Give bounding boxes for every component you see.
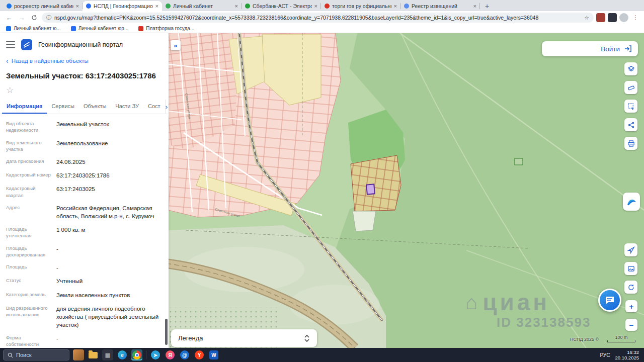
bookmarks-bar: Личный кабинет ю... Личный кабинет юр...… xyxy=(0,24,644,33)
basemap-button[interactable] xyxy=(624,262,637,275)
search-icon xyxy=(8,352,13,358)
new-tab-button[interactable]: + xyxy=(482,1,492,11)
field-label: Форма собственности xyxy=(6,334,56,348)
field-value: - xyxy=(56,245,164,253)
field-label: Вид объекта недвижимости xyxy=(6,120,56,134)
clock-time: 16:32 xyxy=(627,349,639,355)
chrome-icon[interactable] xyxy=(131,349,142,360)
tab-label: Сбербанк-АСТ - Электронная xyxy=(253,3,312,9)
browser-tab-nspd[interactable]: НСПД | Геоинформационный × xyxy=(83,1,162,11)
bookmark-star-icon[interactable]: ☆ xyxy=(584,15,589,21)
tab-parts[interactable]: Части ЗУ xyxy=(111,100,143,114)
browser-tab-torgi[interactable]: торги гов ру официальный сай × xyxy=(321,1,400,11)
zoom-out-button[interactable]: − xyxy=(625,319,637,331)
locate-button[interactable] xyxy=(624,243,637,256)
extension-icon[interactable] xyxy=(596,13,605,22)
bookmark-item[interactable]: Личный кабинет юр... xyxy=(71,26,128,31)
back-icon[interactable]: ← xyxy=(4,13,14,23)
tabs-scroll-right-icon[interactable]: › xyxy=(165,100,168,114)
tab-close-icon[interactable]: × xyxy=(235,4,238,9)
photo-thumbnail[interactable] xyxy=(73,349,84,360)
profile-avatar[interactable] xyxy=(619,13,628,22)
tab-objects[interactable]: Объекты xyxy=(79,100,111,114)
layers-button[interactable] xyxy=(624,62,637,75)
browser-tab-lk[interactable]: Личный кабинет × xyxy=(162,1,242,11)
selected-parcel[interactable] xyxy=(366,184,375,194)
browser-tab-sberbank-ast[interactable]: Сбербанк-АСТ - Электронная × xyxy=(242,1,321,11)
reset-view-button[interactable] xyxy=(624,281,637,294)
login-button[interactable]: Войти xyxy=(542,41,638,56)
field-label: Кадастровый квартал xyxy=(6,185,56,199)
print-button[interactable] xyxy=(624,137,637,150)
language-indicator[interactable]: РУС xyxy=(600,352,610,358)
share-button[interactable] xyxy=(624,118,637,131)
tab-label: торги гов ру официальный сай xyxy=(332,3,391,9)
field-label: Кадастровый номер xyxy=(6,171,56,178)
select-area-button[interactable] xyxy=(624,100,637,113)
yandex-icon[interactable]: Y xyxy=(194,349,205,360)
browser-tab-rosreestr[interactable]: росреестр личный кабинет — × xyxy=(3,1,83,11)
object-info-panel: Геоинформационный портал ‹ Назад в найде… xyxy=(0,33,169,348)
telegram-icon[interactable]: ➤ xyxy=(150,349,161,360)
collapse-panel-button[interactable]: « xyxy=(171,40,181,50)
taskbar-clock[interactable]: 16:32 20.10.2025 xyxy=(615,349,639,361)
bookmark-item[interactable]: Личный кабинет ю... xyxy=(6,26,61,31)
panel-scrollbar[interactable] xyxy=(165,319,168,345)
tab-favicon xyxy=(86,4,91,9)
tab-close-icon[interactable]: × xyxy=(394,4,397,9)
tab-close-icon[interactable]: × xyxy=(76,4,79,9)
field-value: - xyxy=(56,263,164,272)
tab-information[interactable]: Информация xyxy=(2,100,47,114)
tab-label: росреестр личный кабинет — xyxy=(14,3,73,9)
mail-icon[interactable]: @ xyxy=(179,349,190,360)
tab-close-icon[interactable]: × xyxy=(314,4,317,9)
menu-icon[interactable] xyxy=(6,41,15,48)
browser-tab-reestr[interactable]: Реестр извещений × xyxy=(400,1,480,11)
bookmark-item[interactable]: Платформа госуда... xyxy=(138,26,194,31)
site-info-icon[interactable]: ⓘ xyxy=(46,14,51,21)
bookmark-favicon xyxy=(138,26,143,31)
tab-favicon xyxy=(325,4,330,9)
ruler-button[interactable] xyxy=(624,81,637,94)
unfold-icon xyxy=(304,334,310,342)
field-value: для ведения личного подсобного хозяйства… xyxy=(56,305,164,329)
legend-toggle[interactable]: Легенда xyxy=(171,329,317,347)
taskbar-search[interactable]: Поиск xyxy=(3,349,69,360)
edge-icon[interactable]: e xyxy=(117,349,128,360)
clock-date: 20.10.2025 xyxy=(615,355,639,360)
chat-button[interactable] xyxy=(598,289,621,312)
field-label: Площадь уточненная xyxy=(6,226,56,239)
field-row: Кадастровый номер 63:17:2403025:1786 xyxy=(6,171,164,179)
sidebar-icon[interactable] xyxy=(608,13,617,22)
reload-icon[interactable] xyxy=(29,13,39,23)
chevron-left-icon: ‹ xyxy=(6,57,9,64)
zoom-in-button[interactable]: + xyxy=(625,300,637,312)
field-row: Статус Учтенный xyxy=(6,277,164,285)
tab-services[interactable]: Сервисы xyxy=(47,100,79,114)
favorite-star-icon[interactable]: ☆ xyxy=(6,85,14,95)
tab-composition[interactable]: Сост xyxy=(143,100,165,114)
word-icon[interactable]: W xyxy=(208,349,219,360)
portal-title: Геоинформационный портал xyxy=(38,41,123,48)
tab-label: Реестр извещений xyxy=(412,3,471,9)
address-bar[interactable]: ⓘ nspd.gov.ru/map?thematic=PKK&zoom=15.5… xyxy=(42,13,594,23)
back-to-results-link[interactable]: ‹ Назад в найденные объекты xyxy=(0,54,169,67)
app-icon-dark[interactable]: ▦ xyxy=(102,349,113,360)
map-canvas[interactable]: Советская улица Советская улица xyxy=(169,33,644,348)
field-label: Вид разрешенного использования xyxy=(6,305,56,318)
browser-menu-icon[interactable]: ⋮ xyxy=(631,14,640,21)
field-label: Категория земель xyxy=(6,291,56,298)
field-value: Российская Федерация, Самарская область,… xyxy=(56,204,164,220)
tab-close-icon[interactable]: × xyxy=(473,4,476,9)
draw-tool-button[interactable] xyxy=(623,193,640,211)
forward-icon[interactable]: → xyxy=(17,13,27,23)
tab-close-icon[interactable]: × xyxy=(155,4,158,9)
scale-bar: 100 m xyxy=(607,335,635,342)
legend-label: Легенда xyxy=(178,334,304,342)
back-link-label: Назад в найденные объекты xyxy=(12,58,89,64)
field-row: Площадь уточненная 1 000 кв. м xyxy=(6,226,164,239)
scale-label: 100 m xyxy=(615,335,627,340)
yandex-browser-icon[interactable]: Я xyxy=(165,349,176,360)
folder-icon[interactable] xyxy=(88,349,99,360)
field-row: Кадастровый квартал 63:17:2403025 xyxy=(6,185,164,199)
